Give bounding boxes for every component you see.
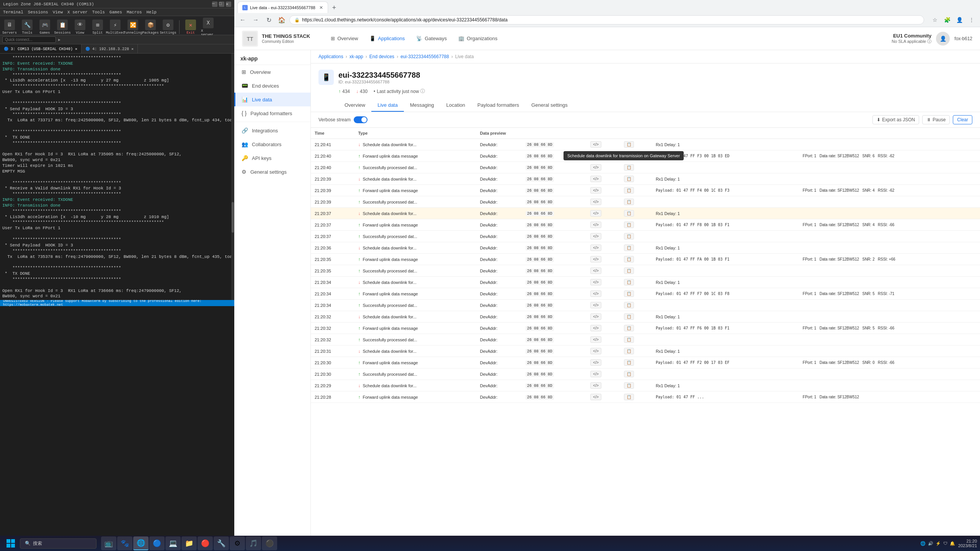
tool-close[interactable]: ✕ Exit <box>183 19 199 36</box>
tool-tools[interactable]: 🔧 Tools <box>19 19 35 36</box>
table-row[interactable]: 21:20:32 ↓Schedule data downlink for... … <box>311 311 980 323</box>
taskbar-app-circle[interactable]: ⚫ <box>262 536 277 550</box>
terminal-minimize-btn[interactable]: ─ <box>212 2 217 7</box>
nav-overview[interactable]: ⊞ Overview <box>325 33 363 44</box>
table-row[interactable]: 21:20:35 ↑Successfully processed dat... … <box>311 265 980 277</box>
systray-speaker-icon[interactable]: 🔊 <box>928 541 933 546</box>
info-icon[interactable]: ⓘ <box>420 88 425 95</box>
terminal-maximize-btn[interactable]: □ <box>219 2 224 7</box>
detail-btn[interactable]: 📋 <box>624 336 634 343</box>
systray-network-icon[interactable]: 🌐 <box>920 541 926 546</box>
nav-gateways[interactable]: 📡 Gateways <box>411 33 452 44</box>
back-btn[interactable]: ← <box>237 15 248 25</box>
tool-split[interactable]: ⊞ Split <box>90 19 106 36</box>
table-row[interactable]: 21:20:39 ↑ Forward uplink data message D… <box>311 185 980 196</box>
detail-btn[interactable]: 📋 <box>624 325 634 331</box>
tab-close-icon[interactable]: ✕ <box>319 5 323 10</box>
copy-btn[interactable]: </> <box>590 210 601 217</box>
copy-btn[interactable]: </> <box>590 359 601 366</box>
table-row[interactable]: 21:20:34 ↑Successfully processed dat... … <box>311 300 980 311</box>
copy-btn[interactable]: </> <box>590 279 601 285</box>
table-row[interactable]: 21:20:34 ↑Forward uplink data message De… <box>311 288 980 300</box>
table-row[interactable]: 21:20:40 ↑ Successfully processed dat...… <box>311 162 980 173</box>
detail-btn[interactable]: 📋 <box>624 233 634 240</box>
table-row[interactable]: 21:20:31 ↓Schedule data downlink for... … <box>311 346 980 357</box>
copy-btn[interactable]: </> <box>590 199 601 205</box>
terminal-tab-1[interactable]: 🔵 3: COM13 (USB-SERIAL CH340) ✕ <box>0 44 82 53</box>
taskbar-app-red[interactable]: 🔴 <box>198 536 213 550</box>
detail-btn[interactable]: 📋 <box>624 153 634 159</box>
detail-btn[interactable]: 📋 <box>624 302 634 308</box>
clear-btn[interactable]: Clear <box>953 115 972 124</box>
copy-btn[interactable]: </> <box>590 313 601 320</box>
quick-connect-input[interactable] <box>2 36 56 43</box>
menu-tools[interactable]: Tools <box>92 10 105 15</box>
copy-btn[interactable]: </> <box>590 233 601 240</box>
detail-btn[interactable]: 📋 <box>624 176 634 182</box>
table-row[interactable]: 21:20:34 ↓Schedule data downlink for... … <box>311 277 980 288</box>
menu-view[interactable]: View <box>53 10 63 15</box>
copy-btn[interactable]: </> <box>590 164 601 171</box>
profile-btn[interactable]: 👤 <box>954 15 965 25</box>
user-avatar[interactable]: 👤 <box>936 32 950 46</box>
breadcrumb-xk-app[interactable]: xk-app <box>350 54 363 59</box>
row-action-copy[interactable]: </> <box>586 150 620 162</box>
detail-btn[interactable]: 📋 <box>624 245 634 251</box>
bookmark-btn[interactable]: ☆ <box>929 15 940 25</box>
start-btn[interactable] <box>3 537 18 549</box>
sidebar-item-collaborators[interactable]: 👥 Collaborators <box>234 137 310 151</box>
terminal-scrollbar[interactable] <box>231 54 234 300</box>
verbose-toggle-switch[interactable] <box>354 116 368 123</box>
terminal-scrollbar-thumb[interactable] <box>232 202 234 233</box>
table-row[interactable]: 21:20:35 ↑Forward uplink data message De… <box>311 254 980 265</box>
detail-btn[interactable]: 📋 <box>624 187 634 194</box>
address-bar[interactable]: 🔒 https://eu1.cloud.thethings.network/co… <box>289 15 924 24</box>
taskbar-app-music[interactable]: 🎵 <box>246 536 261 550</box>
table-row[interactable]: 21:20:41 ↓ Schedule data downlink for...… <box>311 139 980 150</box>
taskbar-app-tools[interactable]: 🔧 <box>214 536 229 550</box>
systray-battery-icon[interactable]: ⚡ <box>936 541 941 546</box>
copy-btn[interactable]: </> <box>590 187 601 194</box>
copy-btn[interactable]: </> <box>590 382 601 389</box>
menu-terminal[interactable]: Terminal <box>3 10 23 15</box>
taskbar-app-browser[interactable]: 🌐 <box>133 536 149 550</box>
copy-btn[interactable]: </> <box>590 245 601 251</box>
copy-btn[interactable]: </> <box>590 141 601 148</box>
detail-btn[interactable]: 📋 <box>624 371 634 377</box>
table-row[interactable]: 21:20:36 ↓Schedule data downlink for... … <box>311 242 980 254</box>
detail-btn[interactable]: 📋 <box>624 359 634 366</box>
detail-btn[interactable]: 📋 <box>624 348 634 354</box>
table-row[interactable]: 21:20:37 ↑Successfully processed dat... … <box>311 231 980 242</box>
tool-tunneling[interactable]: 🔀 Tunneling <box>125 19 141 36</box>
table-row[interactable]: 21:20:30 ↑Forward uplink data message De… <box>311 357 980 368</box>
extensions-btn[interactable]: 🧩 <box>942 15 952 25</box>
copy-btn[interactable]: </> <box>590 325 601 331</box>
nav-organizations[interactable]: 🏢 Organizations <box>453 33 503 44</box>
tab-payload-formatters[interactable]: Payload formatters <box>471 99 525 112</box>
menu-help[interactable]: Help <box>146 10 156 15</box>
table-row[interactable]: 21:20:28 ↑Forward uplink data message De… <box>311 391 980 403</box>
detail-btn[interactable]: 📋 <box>624 394 634 400</box>
new-tab-btn[interactable]: + <box>329 2 340 13</box>
table-row[interactable]: 21:20:29 ↓Schedule data downlink for... … <box>311 380 980 391</box>
taskbar-app-cat[interactable]: 🐾 <box>117 536 132 550</box>
table-row[interactable]: 21:20:37 ↓ Schedule data downlink for...… <box>311 208 980 219</box>
copy-btn[interactable]: </> <box>590 153 601 159</box>
terminal-close-btn[interactable]: ✕ <box>226 2 231 7</box>
copy-btn[interactable]: </> <box>590 348 601 354</box>
row-action-detail[interactable]: 📋 <box>620 150 652 162</box>
pause-btn[interactable]: ⏸ Pause <box>922 115 950 124</box>
detail-btn[interactable]: 📋 <box>624 164 634 171</box>
tab-general-settings[interactable]: General settings <box>525 99 574 112</box>
terminal-content-area[interactable]: ****************************************… <box>0 54 234 300</box>
copy-btn[interactable]: </> <box>590 302 601 308</box>
sidebar-item-payload[interactable]: { } Payload formatters <box>234 106 310 120</box>
taskbar-app-blue[interactable]: 🔵 <box>149 536 165 550</box>
systray-notification-icon[interactable]: 🔔 <box>950 541 955 546</box>
menu-games[interactable]: Games <box>109 10 122 15</box>
copy-btn[interactable]: </> <box>590 290 601 297</box>
tool-view[interactable]: 👁 View <box>72 19 88 36</box>
table-row[interactable]: 21:20:37 ↑ Forward uplink data message D… <box>311 219 980 231</box>
copy-btn[interactable]: </> <box>590 176 601 182</box>
sidebar-item-overview[interactable]: ⊞ Overview <box>234 65 310 79</box>
